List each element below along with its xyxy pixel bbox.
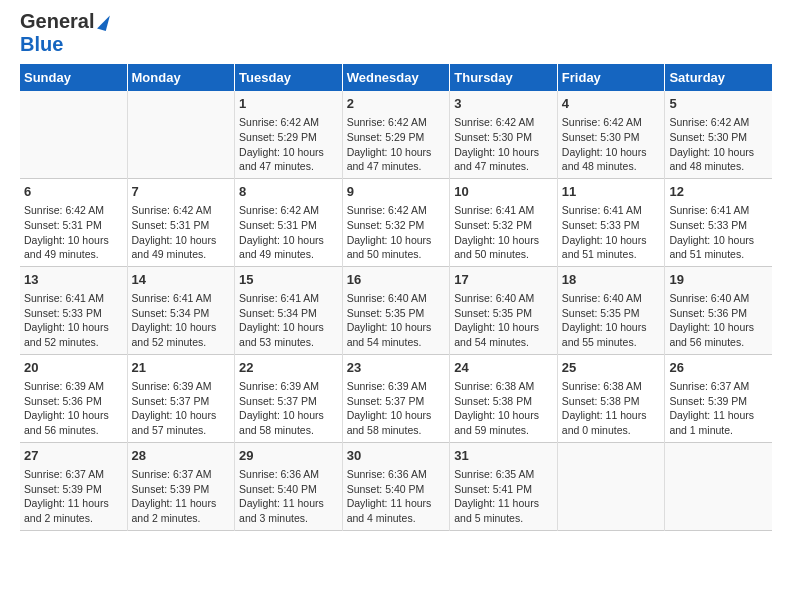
day-number: 15	[239, 271, 338, 289]
day-detail: Sunrise: 6:36 AM Sunset: 5:40 PM Dayligh…	[239, 467, 338, 526]
calendar-cell: 28Sunrise: 6:37 AM Sunset: 5:39 PM Dayli…	[127, 442, 235, 530]
week-row-1: 1Sunrise: 6:42 AM Sunset: 5:29 PM Daylig…	[20, 91, 772, 178]
day-number: 12	[669, 183, 768, 201]
col-header-saturday: Saturday	[665, 64, 772, 91]
day-detail: Sunrise: 6:40 AM Sunset: 5:35 PM Dayligh…	[454, 291, 553, 350]
calendar-cell: 20Sunrise: 6:39 AM Sunset: 5:36 PM Dayli…	[20, 354, 127, 442]
calendar-cell	[127, 91, 235, 178]
calendar-cell: 9Sunrise: 6:42 AM Sunset: 5:32 PM Daylig…	[342, 178, 450, 266]
calendar-cell: 5Sunrise: 6:42 AM Sunset: 5:30 PM Daylig…	[665, 91, 772, 178]
calendar-cell: 7Sunrise: 6:42 AM Sunset: 5:31 PM Daylig…	[127, 178, 235, 266]
day-detail: Sunrise: 6:39 AM Sunset: 5:37 PM Dayligh…	[132, 379, 231, 438]
day-detail: Sunrise: 6:42 AM Sunset: 5:29 PM Dayligh…	[239, 115, 338, 174]
day-number: 29	[239, 447, 338, 465]
day-detail: Sunrise: 6:40 AM Sunset: 5:35 PM Dayligh…	[562, 291, 661, 350]
day-detail: Sunrise: 6:37 AM Sunset: 5:39 PM Dayligh…	[24, 467, 123, 526]
col-header-thursday: Thursday	[450, 64, 558, 91]
calendar-cell: 11Sunrise: 6:41 AM Sunset: 5:33 PM Dayli…	[557, 178, 665, 266]
day-detail: Sunrise: 6:37 AM Sunset: 5:39 PM Dayligh…	[132, 467, 231, 526]
day-number: 27	[24, 447, 123, 465]
calendar-cell: 16Sunrise: 6:40 AM Sunset: 5:35 PM Dayli…	[342, 266, 450, 354]
day-number: 18	[562, 271, 661, 289]
calendar-cell: 21Sunrise: 6:39 AM Sunset: 5:37 PM Dayli…	[127, 354, 235, 442]
calendar-cell: 12Sunrise: 6:41 AM Sunset: 5:33 PM Dayli…	[665, 178, 772, 266]
day-number: 22	[239, 359, 338, 377]
day-number: 19	[669, 271, 768, 289]
calendar-cell: 23Sunrise: 6:39 AM Sunset: 5:37 PM Dayli…	[342, 354, 450, 442]
day-detail: Sunrise: 6:40 AM Sunset: 5:35 PM Dayligh…	[347, 291, 446, 350]
calendar-cell: 14Sunrise: 6:41 AM Sunset: 5:34 PM Dayli…	[127, 266, 235, 354]
calendar-cell: 17Sunrise: 6:40 AM Sunset: 5:35 PM Dayli…	[450, 266, 558, 354]
col-header-monday: Monday	[127, 64, 235, 91]
day-detail: Sunrise: 6:35 AM Sunset: 5:41 PM Dayligh…	[454, 467, 553, 526]
day-detail: Sunrise: 6:39 AM Sunset: 5:37 PM Dayligh…	[239, 379, 338, 438]
day-detail: Sunrise: 6:40 AM Sunset: 5:36 PM Dayligh…	[669, 291, 768, 350]
calendar-cell: 22Sunrise: 6:39 AM Sunset: 5:37 PM Dayli…	[235, 354, 343, 442]
calendar-cell: 2Sunrise: 6:42 AM Sunset: 5:29 PM Daylig…	[342, 91, 450, 178]
day-number: 6	[24, 183, 123, 201]
calendar-cell: 13Sunrise: 6:41 AM Sunset: 5:33 PM Dayli…	[20, 266, 127, 354]
calendar-cell	[20, 91, 127, 178]
day-number: 14	[132, 271, 231, 289]
day-number: 8	[239, 183, 338, 201]
day-number: 17	[454, 271, 553, 289]
day-detail: Sunrise: 6:42 AM Sunset: 5:31 PM Dayligh…	[132, 203, 231, 262]
day-number: 20	[24, 359, 123, 377]
col-header-wednesday: Wednesday	[342, 64, 450, 91]
day-number: 1	[239, 95, 338, 113]
day-number: 31	[454, 447, 553, 465]
col-header-tuesday: Tuesday	[235, 64, 343, 91]
calendar-cell: 4Sunrise: 6:42 AM Sunset: 5:30 PM Daylig…	[557, 91, 665, 178]
day-detail: Sunrise: 6:42 AM Sunset: 5:30 PM Dayligh…	[562, 115, 661, 174]
day-number: 28	[132, 447, 231, 465]
calendar-header-row: SundayMondayTuesdayWednesdayThursdayFrid…	[20, 64, 772, 91]
day-detail: Sunrise: 6:41 AM Sunset: 5:33 PM Dayligh…	[562, 203, 661, 262]
calendar-cell: 27Sunrise: 6:37 AM Sunset: 5:39 PM Dayli…	[20, 442, 127, 530]
day-detail: Sunrise: 6:36 AM Sunset: 5:40 PM Dayligh…	[347, 467, 446, 526]
day-number: 5	[669, 95, 768, 113]
calendar-cell	[557, 442, 665, 530]
day-detail: Sunrise: 6:38 AM Sunset: 5:38 PM Dayligh…	[454, 379, 553, 438]
day-detail: Sunrise: 6:41 AM Sunset: 5:34 PM Dayligh…	[132, 291, 231, 350]
day-detail: Sunrise: 6:42 AM Sunset: 5:31 PM Dayligh…	[24, 203, 123, 262]
calendar-cell: 10Sunrise: 6:41 AM Sunset: 5:32 PM Dayli…	[450, 178, 558, 266]
col-header-friday: Friday	[557, 64, 665, 91]
day-number: 21	[132, 359, 231, 377]
day-detail: Sunrise: 6:41 AM Sunset: 5:34 PM Dayligh…	[239, 291, 338, 350]
calendar-cell: 30Sunrise: 6:36 AM Sunset: 5:40 PM Dayli…	[342, 442, 450, 530]
calendar-cell: 1Sunrise: 6:42 AM Sunset: 5:29 PM Daylig…	[235, 91, 343, 178]
day-number: 25	[562, 359, 661, 377]
week-row-4: 20Sunrise: 6:39 AM Sunset: 5:36 PM Dayli…	[20, 354, 772, 442]
day-detail: Sunrise: 6:42 AM Sunset: 5:29 PM Dayligh…	[347, 115, 446, 174]
logo: General Blue	[20, 10, 108, 56]
day-number: 26	[669, 359, 768, 377]
calendar-cell: 15Sunrise: 6:41 AM Sunset: 5:34 PM Dayli…	[235, 266, 343, 354]
calendar-cell: 8Sunrise: 6:42 AM Sunset: 5:31 PM Daylig…	[235, 178, 343, 266]
day-number: 3	[454, 95, 553, 113]
calendar-cell: 18Sunrise: 6:40 AM Sunset: 5:35 PM Dayli…	[557, 266, 665, 354]
week-row-2: 6Sunrise: 6:42 AM Sunset: 5:31 PM Daylig…	[20, 178, 772, 266]
day-number: 23	[347, 359, 446, 377]
week-row-3: 13Sunrise: 6:41 AM Sunset: 5:33 PM Dayli…	[20, 266, 772, 354]
calendar-cell	[665, 442, 772, 530]
day-detail: Sunrise: 6:41 AM Sunset: 5:33 PM Dayligh…	[669, 203, 768, 262]
week-row-5: 27Sunrise: 6:37 AM Sunset: 5:39 PM Dayli…	[20, 442, 772, 530]
calendar-cell: 6Sunrise: 6:42 AM Sunset: 5:31 PM Daylig…	[20, 178, 127, 266]
calendar-cell: 3Sunrise: 6:42 AM Sunset: 5:30 PM Daylig…	[450, 91, 558, 178]
day-detail: Sunrise: 6:42 AM Sunset: 5:32 PM Dayligh…	[347, 203, 446, 262]
calendar-cell: 19Sunrise: 6:40 AM Sunset: 5:36 PM Dayli…	[665, 266, 772, 354]
calendar-cell: 25Sunrise: 6:38 AM Sunset: 5:38 PM Dayli…	[557, 354, 665, 442]
page-header: General Blue	[20, 10, 772, 56]
page-container: General Blue SundayMondayTuesdayWednesda…	[0, 0, 792, 541]
day-detail: Sunrise: 6:37 AM Sunset: 5:39 PM Dayligh…	[669, 379, 768, 438]
calendar-cell: 29Sunrise: 6:36 AM Sunset: 5:40 PM Dayli…	[235, 442, 343, 530]
day-number: 9	[347, 183, 446, 201]
logo-blue-text: Blue	[20, 33, 63, 56]
day-detail: Sunrise: 6:42 AM Sunset: 5:31 PM Dayligh…	[239, 203, 338, 262]
day-detail: Sunrise: 6:39 AM Sunset: 5:36 PM Dayligh…	[24, 379, 123, 438]
day-detail: Sunrise: 6:42 AM Sunset: 5:30 PM Dayligh…	[454, 115, 553, 174]
calendar-cell: 24Sunrise: 6:38 AM Sunset: 5:38 PM Dayli…	[450, 354, 558, 442]
day-number: 13	[24, 271, 123, 289]
calendar-table: SundayMondayTuesdayWednesdayThursdayFrid…	[20, 64, 772, 531]
day-number: 11	[562, 183, 661, 201]
